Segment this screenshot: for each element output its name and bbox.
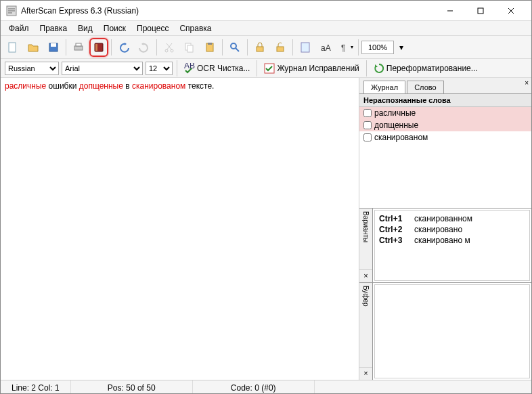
print-button[interactable] (69, 38, 88, 57)
secondary-toolbar: Russian Arial 12 ABC OCR Чистка... Журна… (1, 59, 531, 78)
buffer-close-icon[interactable]: × (359, 367, 372, 377)
status-code: Code: 0 (#0) (193, 380, 315, 394)
variant-text: сканированном (414, 214, 472, 223)
main-toolbar: aA ¶▾ ▾ (1, 36, 531, 59)
buffer-area[interactable] (374, 284, 530, 378)
word-text: расличные (374, 108, 416, 118)
word-list-item[interactable]: допщенные (359, 119, 531, 131)
minimize-button[interactable] (435, 1, 465, 20)
word-list-item[interactable]: расличные (359, 107, 531, 119)
save-button[interactable] (44, 38, 63, 57)
maximize-button[interactable] (465, 1, 495, 20)
word-checkbox[interactable] (363, 121, 372, 129)
variant-row[interactable]: Ctrl+2сканировано (379, 224, 525, 235)
separator (222, 39, 223, 56)
refresh-icon (374, 63, 384, 74)
close-button[interactable] (495, 1, 526, 20)
variant-shortcut: Ctrl+2 (379, 225, 409, 234)
corrections-journal-button[interactable]: Журнал Исправлений (261, 61, 361, 76)
variants-list: Ctrl+1сканированномCtrl+2сканированоCtrl… (374, 210, 530, 281)
svg-rect-8 (74, 46, 83, 50)
text-editor[interactable]: расличные ошибки допщенные в сканировано… (1, 78, 359, 380)
variants-tab[interactable]: Варианты × (359, 209, 373, 282)
content-area: расличные ошибки допщенные в сканировано… (1, 78, 531, 380)
menu-edit[interactable]: Правка (35, 22, 73, 35)
menu-view[interactable]: Вид (72, 22, 98, 35)
panel-close-icon[interactable]: × (525, 79, 529, 87)
chevron-down-icon: ▾ (351, 44, 353, 50)
word-list-item[interactable]: сканированом (359, 131, 531, 144)
word-checkbox[interactable] (363, 109, 372, 117)
copy-button[interactable] (180, 38, 199, 57)
variant-row[interactable]: Ctrl+3сканировано м (379, 235, 525, 246)
font-button[interactable]: aA (316, 38, 335, 57)
word-checkbox[interactable] (363, 133, 372, 141)
paragraph-button[interactable]: ¶▾ (336, 38, 355, 57)
variants-tab-label: Варианты (362, 211, 370, 242)
separator (111, 39, 112, 56)
variants-block: Варианты × Ctrl+1сканированномCtrl+2скан… (359, 209, 531, 283)
window-title: AfterScan Express 6.3 (Russian) (21, 6, 435, 16)
svg-rect-2 (478, 8, 483, 14)
tab-word[interactable]: Слово (407, 81, 443, 93)
font-select[interactable]: Arial (62, 62, 143, 75)
svg-line-19 (236, 48, 239, 51)
ocr-cleanup-button[interactable]: ABC OCR Чистка... (181, 61, 252, 76)
paste-button[interactable] (200, 38, 219, 57)
reformat-button[interactable]: Переформатирование... (371, 61, 481, 76)
separator (292, 39, 293, 56)
text-word[interactable]: в (125, 81, 129, 91)
menu-process[interactable]: Процесс (131, 22, 174, 35)
svg-point-18 (231, 43, 236, 49)
tab-journal[interactable]: Журнал (363, 81, 405, 93)
page-button[interactable] (296, 38, 315, 57)
language-select[interactable]: Russian (5, 62, 59, 75)
open-button[interactable] (24, 38, 43, 57)
title-bar: AfterScan Express 6.3 (Russian) (1, 1, 531, 21)
status-line-col: Line: 2 Col: 1 (1, 380, 71, 394)
variant-shortcut: Ctrl+3 (379, 236, 409, 245)
cut-button[interactable] (160, 38, 179, 57)
ocr-label: OCR Чистка... (197, 64, 250, 73)
check-icon (264, 63, 275, 74)
variant-row[interactable]: Ctrl+1сканированном (379, 213, 525, 224)
status-bar: Line: 2 Col: 1 Pos: 50 of 50 Code: 0 (#0… (1, 380, 531, 394)
svg-rect-7 (51, 43, 56, 47)
variant-text: сканировано (414, 225, 462, 234)
svg-rect-11 (95, 44, 97, 51)
text-word[interactable]: тексте. (188, 81, 215, 91)
error-word[interactable]: расличные (5, 81, 46, 91)
right-panel: Журнал Слово × Нераспознанные слова расл… (359, 78, 531, 380)
dictionary-button[interactable] (89, 38, 108, 57)
svg-rect-15 (187, 45, 193, 52)
unrecognized-header: Нераспознанные слова (359, 94, 531, 107)
find-button[interactable] (225, 38, 244, 57)
variants-close-icon[interactable]: × (359, 269, 372, 280)
buffer-tab[interactable]: Буфер × (359, 283, 373, 380)
text-word[interactable]: ошибки (49, 81, 77, 91)
word-text: допщенные (374, 121, 418, 130)
zoom-dropdown[interactable]: ▾ (395, 41, 407, 54)
word-text: сканированом (374, 133, 428, 142)
unlock-button[interactable] (271, 38, 290, 57)
svg-rect-20 (257, 47, 263, 51)
error-word[interactable]: допщенные (79, 81, 123, 91)
undo-button[interactable] (114, 38, 133, 57)
panel-tabs: Журнал Слово × (359, 78, 531, 94)
new-button[interactable] (3, 38, 22, 57)
zoom-input[interactable] (361, 41, 394, 54)
buffer-tab-label: Буфер (362, 286, 370, 307)
error-word[interactable]: сканированом (132, 81, 185, 91)
lock-button[interactable] (250, 38, 269, 57)
separator (358, 39, 359, 56)
menu-search[interactable]: Поиск (98, 22, 131, 35)
app-icon (6, 5, 17, 16)
buffer-block: Буфер × (359, 283, 531, 380)
menu-help[interactable]: Справка (174, 22, 217, 35)
fontsize-select[interactable]: 12 (146, 62, 173, 75)
redo-button[interactable] (135, 38, 154, 57)
menu-file[interactable]: Файл (3, 22, 35, 35)
svg-text:¶: ¶ (341, 43, 345, 53)
separator (66, 39, 66, 56)
menu-bar: Файл Правка Вид Поиск Процесс Справка (1, 21, 531, 36)
